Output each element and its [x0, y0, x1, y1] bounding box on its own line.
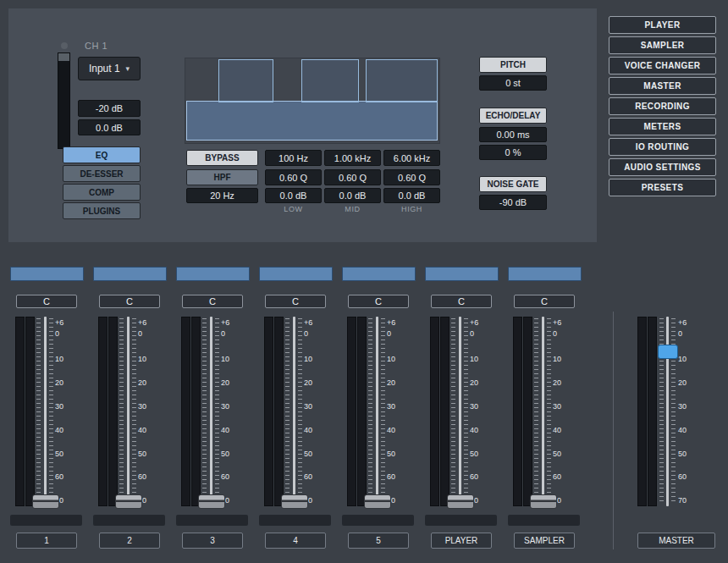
pan-center-button[interactable]: C: [265, 295, 326, 308]
sidebar-item-io-routing[interactable]: IO ROUTING: [609, 138, 716, 156]
input-select[interactable]: Input 1 ▾: [78, 57, 141, 80]
sidebar-item-presets[interactable]: PRESETS: [609, 179, 716, 196]
pan-center-button[interactable]: C: [182, 295, 243, 308]
band-frequency-display[interactable]: 100 Hz: [265, 150, 322, 166]
pan-indicator-bar[interactable]: [93, 267, 167, 281]
fader-scale-label: 60: [678, 472, 700, 481]
band-frequency-display[interactable]: 6.00 kHz: [383, 150, 440, 166]
fader-track[interactable]: [44, 317, 47, 506]
hpf-frequency-display[interactable]: 20 Hz: [186, 188, 258, 203]
sidebar-item-sampler[interactable]: SAMPLER: [609, 36, 716, 54]
pan-indicator-bar[interactable]: [259, 267, 333, 281]
fader-scale-label: 20: [55, 378, 77, 387]
tab-comp[interactable]: COMP: [63, 184, 141, 201]
fader-scale-label: 60: [553, 472, 575, 481]
sidebar-item-master[interactable]: MASTER: [609, 77, 716, 95]
fader-scale-label: 0: [387, 329, 409, 338]
pan-indicator-bar[interactable]: [508, 267, 582, 281]
pan-center-button[interactable]: C: [99, 295, 160, 308]
band-frequency-display[interactable]: 1.00 kHz: [324, 150, 381, 166]
tab-eq[interactable]: EQ: [63, 146, 141, 163]
pan-center-button[interactable]: C: [431, 295, 492, 308]
fader-handle[interactable]: [530, 494, 557, 509]
fader-scale-label: 30: [470, 402, 492, 411]
noise-gate-button[interactable]: NOISE GATE: [479, 176, 547, 192]
channel-select-button[interactable]: 2: [99, 533, 160, 549]
mixer-app: CH 1 Input 1 ▾ -20 dB 0.0 dB EQDE-ESSERC…: [0, 0, 728, 563]
channel-select-button[interactable]: 1: [16, 533, 77, 549]
channel-select-button[interactable]: MASTER: [637, 533, 715, 549]
fader-track[interactable]: [293, 317, 295, 506]
pan-indicator-bar[interactable]: [425, 267, 499, 281]
fader-handle[interactable]: [447, 494, 474, 509]
sidebar-item-voice-changer[interactable]: VOICE CHANGER: [609, 57, 716, 75]
eq-bypass-button[interactable]: BYPASS: [186, 150, 258, 166]
gain-display[interactable]: -20 dB: [78, 100, 141, 117]
sidebar-item-meters[interactable]: METERS: [609, 118, 716, 135]
fader-scale-label: 10: [387, 355, 409, 363]
fader-handle[interactable]: [198, 494, 225, 509]
fader-ticks-right: [215, 318, 219, 505]
channel-select-button[interactable]: 4: [265, 533, 326, 549]
channel-strip-5: C+60102030405060705: [337, 267, 420, 555]
sidebar-item-audio-settings[interactable]: AUDIO SETTINGS: [609, 158, 716, 176]
channel-select-button[interactable]: PLAYER: [431, 533, 492, 549]
echo-delay-button[interactable]: ECHO/DELAY: [479, 108, 547, 124]
fader-track[interactable]: [127, 317, 130, 506]
echo-feedback-display[interactable]: 0 %: [479, 145, 547, 160]
eq-band-region-mid[interactable]: [301, 59, 359, 102]
noise-gate-threshold-display[interactable]: -90 dB: [479, 195, 547, 210]
fader-ticks-right: [49, 318, 53, 505]
output-level-display[interactable]: 0.0 dB: [78, 119, 141, 135]
pan-indicator-bar[interactable]: [176, 267, 250, 281]
fader-scale-label: 0: [470, 329, 492, 338]
fader-handle[interactable]: [364, 494, 391, 509]
eq-graph[interactable]: [185, 58, 440, 144]
fader-track[interactable]: [376, 317, 378, 506]
channel-strip-player: C+6010203040506070PLAYER: [420, 267, 503, 555]
peak-readout: [176, 515, 248, 526]
channel-select-button[interactable]: SAMPLER: [514, 533, 575, 549]
sidebar-item-recording[interactable]: RECORDING: [609, 97, 716, 115]
pan-center-button[interactable]: C: [16, 295, 77, 308]
fader-handle[interactable]: [658, 345, 678, 359]
fader-scale-label: +6: [55, 318, 77, 327]
fader-handle[interactable]: [32, 494, 59, 509]
fader-ticks-left: [202, 318, 207, 505]
tab-plugins[interactable]: PLUGINS: [63, 202, 141, 219]
fader-track[interactable]: [459, 317, 461, 506]
fader-scale-label: 10: [553, 355, 575, 363]
tab-de-esser[interactable]: DE-ESSER: [63, 165, 141, 182]
echo-time-display[interactable]: 0.00 ms: [479, 127, 547, 142]
fader-track[interactable]: [542, 317, 544, 506]
band-q-display[interactable]: 0.60 Q: [265, 169, 322, 185]
pan-center-button[interactable]: C: [514, 295, 575, 308]
fader-scale-label: 0: [678, 329, 700, 338]
band-q-display[interactable]: 0.60 Q: [383, 169, 440, 185]
band-gain-display[interactable]: 0.0 dB: [265, 188, 322, 203]
pitch-value-display[interactable]: 0 st: [479, 75, 547, 91]
channel-select-button[interactable]: 5: [348, 533, 409, 549]
pitch-button[interactable]: PITCH: [479, 57, 547, 73]
sidebar-menu: PLAYERSAMPLERVOICE CHANGERMASTERRECORDIN…: [609, 16, 716, 196]
sidebar-item-player[interactable]: PLAYER: [609, 16, 716, 34]
pan-indicator-bar[interactable]: [342, 267, 416, 281]
pan-indicator-bar[interactable]: [10, 267, 84, 281]
fader-scale-label: 30: [138, 402, 160, 411]
hpf-button[interactable]: HPF: [186, 169, 258, 185]
fader-handle[interactable]: [115, 494, 142, 509]
eq-band-region-low[interactable]: [218, 59, 273, 102]
band-gain-display[interactable]: 0.0 dB: [324, 188, 381, 203]
band-q-display[interactable]: 0.60 Q: [324, 169, 381, 185]
channel-select-button[interactable]: 3: [182, 533, 243, 549]
fader-scale-label: 50: [304, 450, 326, 458]
level-meter-right: [108, 317, 118, 506]
pan-center-button[interactable]: C: [348, 295, 409, 308]
level-meter-right: [274, 317, 284, 506]
fader-handle[interactable]: [281, 494, 308, 509]
fader-track[interactable]: [210, 317, 212, 506]
band-gain-display[interactable]: 0.0 dB: [383, 188, 440, 203]
level-meter-right: [25, 317, 35, 506]
fader-ticks-left: [368, 318, 372, 505]
eq-band-region-high[interactable]: [366, 59, 438, 102]
